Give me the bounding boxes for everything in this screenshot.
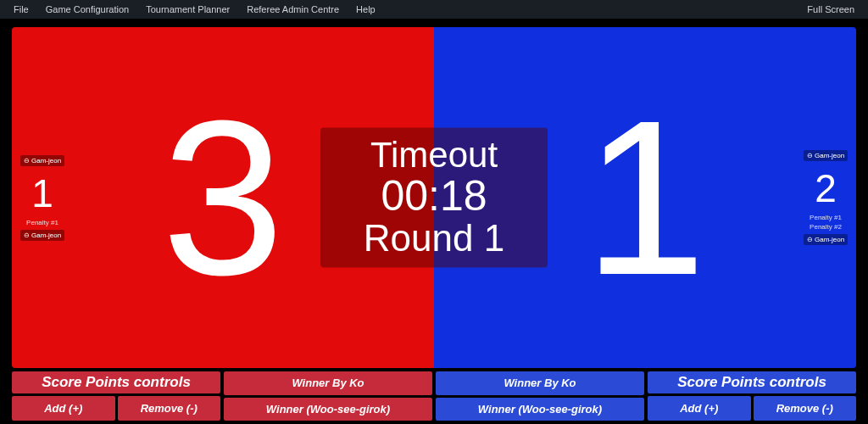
- blue-winner-ko-button[interactable]: Winner By Ko: [436, 371, 644, 395]
- red-winner-controls: Winner By Ko Winner (Woo-see-girok): [224, 371, 432, 421]
- red-gamjeon-chip-top[interactable]: ⊖ Gam-jeon: [20, 155, 64, 166]
- blue-winner-woo-button[interactable]: Winner (Woo-see-girok): [436, 398, 644, 421]
- blue-penalty-item-1: Penalty #1: [810, 214, 842, 221]
- red-winner-ko-button[interactable]: Winner By Ko: [224, 371, 432, 395]
- menu-referee-admin[interactable]: Referee Admin Centre: [238, 4, 348, 14]
- blue-winner-controls: Winner By Ko Winner (Woo-see-girok): [436, 371, 644, 421]
- red-score-controls: Score Points controls Add (+) Remove (-): [12, 371, 220, 421]
- menu-tournament-planner[interactable]: Tournament Planner: [137, 4, 238, 14]
- blue-penalty-column: ⊖ Gam-jeon 2 Penalty #1 Penalty #2 ⊖ Gam…: [797, 27, 856, 368]
- blue-controls-header: Score Points controls: [648, 371, 856, 393]
- timeout-time: 00:18: [320, 174, 548, 219]
- red-gamjeon-chip-bottom[interactable]: ⊖ Gam-jeon: [20, 230, 64, 241]
- menu-help[interactable]: Help: [348, 4, 384, 14]
- red-add-button[interactable]: Add (+): [12, 396, 115, 421]
- menu-game-configuration[interactable]: Game Configuration: [37, 4, 137, 14]
- menu-full-screen[interactable]: Full Screen: [798, 4, 863, 14]
- controls-row: Score Points controls Add (+) Remove (-)…: [12, 371, 856, 421]
- center-overlay: Timeout 00:18 Round 1: [320, 128, 548, 268]
- blue-remove-button[interactable]: Remove (-): [754, 396, 857, 421]
- red-controls-header: Score Points controls: [12, 371, 220, 393]
- red-penalty-column: ⊖ Gam-jeon 1 Penalty #1 ⊖ Gam-jeon: [12, 27, 71, 368]
- blue-add-button[interactable]: Add (+): [648, 396, 751, 421]
- blue-score: 1: [584, 87, 707, 308]
- round-label: Round 1: [320, 218, 548, 257]
- red-remove-button[interactable]: Remove (-): [118, 396, 221, 421]
- blue-gamjeon-chip-bottom[interactable]: ⊖ Gam-jeon: [804, 234, 848, 245]
- red-winner-woo-button[interactable]: Winner (Woo-see-girok): [224, 398, 432, 421]
- main-frame: ⊖ Gam-jeon 1 Penalty #1 ⊖ Gam-jeon 3 1 ⊖…: [0, 19, 868, 424]
- blue-gamjeon-chip-top[interactable]: ⊖ Gam-jeon: [804, 150, 848, 161]
- menu-file[interactable]: File: [5, 4, 37, 14]
- blue-penalty-count: 2: [815, 169, 837, 208]
- red-penalty-item-1: Penalty #1: [26, 219, 58, 226]
- timeout-label: Timeout: [320, 137, 548, 174]
- red-score: 3: [162, 87, 285, 308]
- blue-penalty-item-2: Penalty #2: [810, 223, 842, 231]
- menubar: File Game Configuration Tournament Plann…: [0, 0, 868, 19]
- red-penalty-count: 1: [31, 174, 53, 213]
- blue-score-controls: Score Points controls Add (+) Remove (-): [648, 371, 856, 421]
- score-area: ⊖ Gam-jeon 1 Penalty #1 ⊖ Gam-jeon 3 1 ⊖…: [12, 27, 856, 368]
